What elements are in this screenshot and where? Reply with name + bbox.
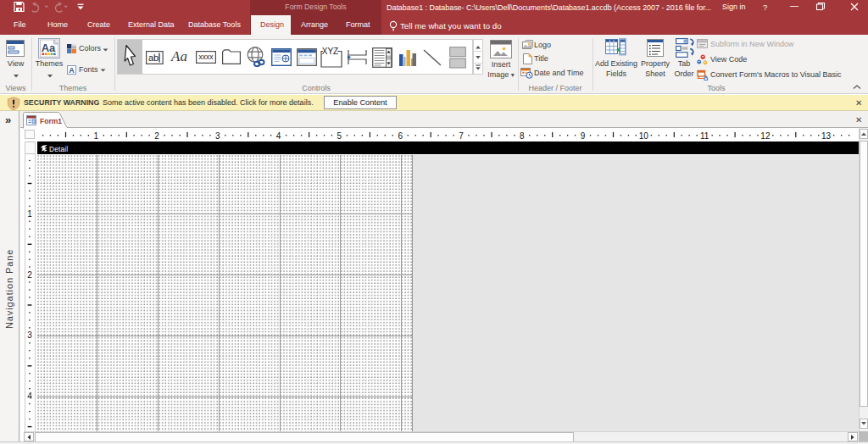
svg-text:4: 4	[276, 131, 281, 141]
svg-text:6: 6	[398, 131, 403, 141]
svg-text:xxxx: xxxx	[199, 53, 214, 61]
svg-text:13: 13	[821, 131, 832, 141]
svg-text:3: 3	[215, 131, 220, 141]
svg-text:A: A	[69, 65, 75, 74]
svg-text:ab: ab	[148, 53, 159, 63]
svg-text:12: 12	[760, 131, 771, 141]
svg-text:8: 8	[520, 131, 525, 141]
svg-text:2: 2	[27, 270, 32, 280]
svg-text:5: 5	[337, 131, 342, 141]
svg-text:9: 9	[581, 131, 586, 141]
svg-text:XYZ: XYZ	[322, 47, 338, 56]
svg-text:4: 4	[27, 391, 32, 401]
svg-text:10: 10	[639, 131, 649, 141]
svg-text:11: 11	[700, 131, 709, 141]
svg-text:1: 1	[94, 131, 99, 141]
svg-text:1: 1	[27, 209, 32, 219]
svg-text:3: 3	[27, 330, 32, 340]
svg-text:Aa: Aa	[42, 42, 56, 54]
svg-text:2: 2	[154, 131, 159, 141]
svg-text:7: 7	[459, 131, 464, 141]
